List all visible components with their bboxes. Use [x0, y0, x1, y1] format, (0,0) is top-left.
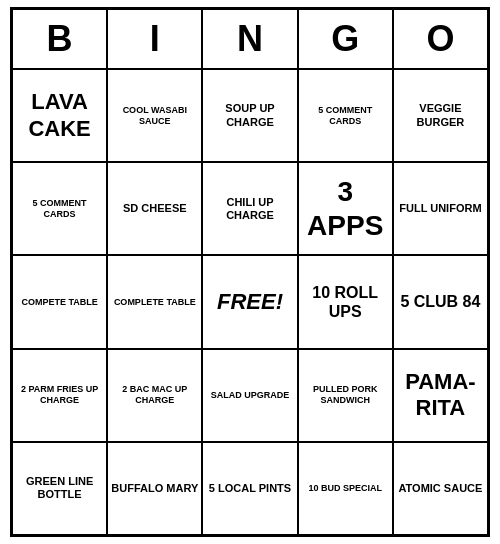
bingo-grid: LAVA CAKECOOL WASABI SAUCESOUP UP CHARGE… — [12, 69, 488, 535]
bingo-cell: Free! — [202, 255, 297, 348]
header-letter: O — [393, 9, 488, 69]
bingo-cell: COMPETE TABLE — [12, 255, 107, 348]
bingo-cell: 5 LOCAL PINTS — [202, 442, 297, 535]
bingo-row: COMPETE TABLECOMPLETE TABLEFree!10 ROLL … — [12, 255, 488, 348]
bingo-cell: SALAD UPGRADE — [202, 349, 297, 442]
bingo-cell: 10 BUD SPECIAL — [298, 442, 393, 535]
bingo-cell: COOL WASABI SAUCE — [107, 69, 202, 162]
bingo-cell: VEGGIE BURGER — [393, 69, 488, 162]
bingo-cell: ATOMIC SAUCE — [393, 442, 488, 535]
bingo-cell: CHILI UP CHARGE — [202, 162, 297, 255]
bingo-header: BINGO — [12, 9, 488, 69]
bingo-cell: SOUP UP CHARGE — [202, 69, 297, 162]
bingo-cell: FULL UNIFORM — [393, 162, 488, 255]
bingo-cell: PAMA-RITA — [393, 349, 488, 442]
bingo-cell: BUFFALO MARY — [107, 442, 202, 535]
bingo-cell: 10 ROLL UPS — [298, 255, 393, 348]
header-letter: G — [298, 9, 393, 69]
bingo-cell: 5 COMMENT CARDS — [12, 162, 107, 255]
bingo-row: GREEN LINE BOTTLEBUFFALO MARY5 LOCAL PIN… — [12, 442, 488, 535]
bingo-cell: 2 BAC MAC UP CHARGE — [107, 349, 202, 442]
bingo-row: LAVA CAKECOOL WASABI SAUCESOUP UP CHARGE… — [12, 69, 488, 162]
bingo-cell: PULLED PORK SANDWICH — [298, 349, 393, 442]
bingo-row: 5 COMMENT CARDSSD CHEESECHILI UP CHARGE3… — [12, 162, 488, 255]
header-letter: N — [202, 9, 297, 69]
bingo-cell: 2 PARM FRIES UP CHARGE — [12, 349, 107, 442]
bingo-cell: GREEN LINE BOTTLE — [12, 442, 107, 535]
bingo-cell: 3 APPS — [298, 162, 393, 255]
bingo-cell: 5 CLUB 84 — [393, 255, 488, 348]
bingo-cell: SD CHEESE — [107, 162, 202, 255]
header-letter: B — [12, 9, 107, 69]
bingo-cell: COMPLETE TABLE — [107, 255, 202, 348]
bingo-cell: 5 COMMENT CARDS — [298, 69, 393, 162]
header-letter: I — [107, 9, 202, 69]
bingo-row: 2 PARM FRIES UP CHARGE2 BAC MAC UP CHARG… — [12, 349, 488, 442]
bingo-card: BINGO LAVA CAKECOOL WASABI SAUCESOUP UP … — [10, 7, 490, 537]
bingo-cell: LAVA CAKE — [12, 69, 107, 162]
